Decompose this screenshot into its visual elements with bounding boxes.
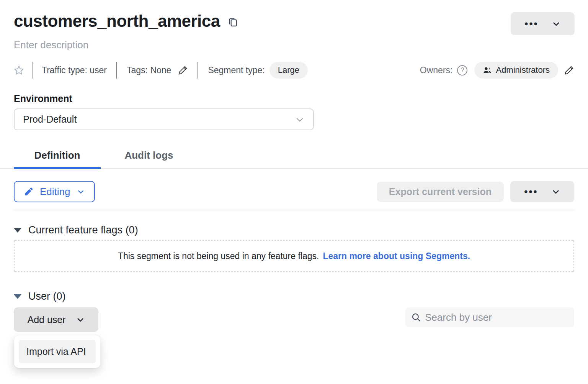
segment-type-badge: Large [270,62,308,79]
user-search-box[interactable] [405,307,574,327]
segment-detail-page: customers_north_america Enter descriptio… [0,0,588,384]
owners-label: Owners: [420,65,453,75]
add-user-dropdown-menu: Import via API [14,335,100,368]
user-section-header[interactable]: User (0) [14,290,574,302]
segment-type-label: Segment type: [208,65,265,75]
people-icon [483,66,492,75]
editing-label: Editing [40,186,70,198]
ellipsis-icon: ••• [524,19,538,29]
environment-select[interactable]: Prod-Default [14,108,314,130]
description-placeholder[interactable]: Enter description [14,39,574,51]
ellipsis-icon: ••• [524,187,538,197]
user-controls-row: Add user [14,307,574,332]
environment-label: Environment [14,93,574,104]
star-icon[interactable] [14,65,24,75]
add-user-label: Add user [27,314,65,325]
meta-divider [33,62,33,79]
collapse-caret-icon [14,228,21,233]
toolbar-divider [14,210,574,210]
tab-audit-logs[interactable]: Audit logs [122,145,175,168]
chevron-down-icon [76,315,85,324]
title-row: customers_north_america [14,0,574,31]
owners-value: Administrators [496,65,550,75]
learn-more-link[interactable]: Learn more about using Segments. [323,251,470,261]
menu-item-import-via-api[interactable]: Import via API [19,340,96,363]
add-user-button[interactable]: Add user [14,307,98,332]
pencil-icon [24,187,34,197]
owners-badge: Administrators [474,62,558,79]
edit-owners-icon[interactable] [564,65,574,75]
user-section-title: User (0) [28,290,66,302]
toolbar: Editing Export current version ••• [14,181,574,202]
tab-definition[interactable]: Definition [14,145,101,168]
collapse-caret-icon [14,294,21,299]
search-by-user-input[interactable] [425,312,568,323]
traffic-type-label: Traffic type: user [42,65,107,75]
copy-icon[interactable] [228,16,238,27]
meta-row: Traffic type: user Tags: None Segment ty… [14,62,574,79]
feature-flags-section-title: Current feature flags (0) [28,224,138,236]
export-current-version-button[interactable]: Export current version [377,182,504,202]
environment-selected-value: Prod-Default [23,114,77,125]
meta-divider [198,62,198,79]
help-icon[interactable]: ? [457,65,467,75]
chevron-down-icon [77,187,85,196]
page-title: customers_north_america [14,11,220,31]
tags-label: Tags: None [127,65,171,75]
feature-flags-empty-state: This segment is not being used in any fe… [14,240,574,272]
search-icon [411,312,421,322]
empty-state-text: This segment is not being used in any fe… [118,251,319,261]
chevron-down-icon [552,19,561,28]
editing-button[interactable]: Editing [14,181,95,202]
chevron-down-icon [295,115,305,125]
tab-bar: Definition Audit logs [0,145,588,169]
feature-flags-section-header[interactable]: Current feature flags (0) [14,224,574,236]
toolbar-more-button[interactable]: ••• [510,181,574,202]
owners-group: Owners: ? Administrators [420,62,574,79]
header-more-button[interactable]: ••• [511,12,575,35]
edit-tags-icon[interactable] [178,65,188,75]
chevron-down-icon [551,187,560,196]
toolbar-right: Export current version ••• [377,181,574,202]
meta-divider [116,62,117,79]
